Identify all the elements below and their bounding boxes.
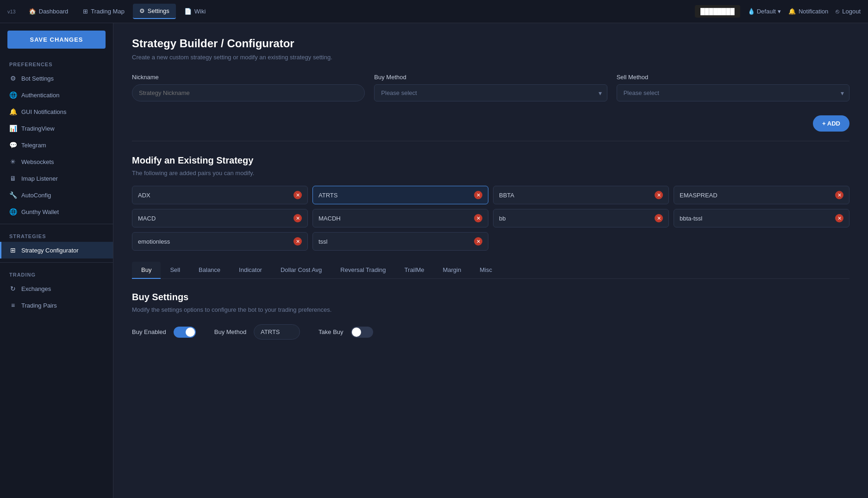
chart-icon: 📊 (9, 125, 17, 132)
buy-enabled-toggle[interactable] (174, 327, 196, 338)
remove-macdh-button[interactable]: ✕ (474, 214, 482, 222)
sidebar-item-imap-listener[interactable]: 🖥 Imap Listener (0, 170, 113, 187)
logout-btn[interactable]: ⎋ Logout (836, 8, 861, 15)
profile-block: ████████ (695, 5, 740, 18)
buy-settings-title: Buy Settings (132, 292, 849, 303)
strategies-section-label: Strategies (0, 228, 113, 242)
nav-dashboard[interactable]: 🏠 Dashboard (22, 4, 75, 19)
buy-method-select[interactable]: Please select (374, 84, 607, 101)
strategy-tag-emaspread[interactable]: EMASPREAD ✕ (674, 186, 849, 204)
tab-indicator[interactable]: Indicator (230, 262, 271, 279)
strategy-tag-adx[interactable]: ADX ✕ (132, 186, 308, 204)
bell-icon: 🔔 (788, 8, 796, 15)
buy-method-wrapper: Please select ▾ (374, 84, 607, 101)
page-subtitle: Create a new custom strategy setting or … (132, 54, 849, 61)
topnav-right: ████████ 💧 Default ▾ 🔔 Notification ⎋ Lo… (695, 5, 861, 18)
sidebar-item-trading-pairs[interactable]: ≡ Trading Pairs (0, 297, 113, 314)
strategy-tag-emotionless[interactable]: emotionless ✕ (132, 232, 308, 251)
chevron-down-icon: ▾ (778, 8, 781, 15)
modify-section-title: Modify an Existing Strategy (132, 155, 849, 166)
modify-section-subtitle: The following are added pairs you can mo… (132, 170, 849, 177)
remove-bbta-tssl-button[interactable]: ✕ (835, 214, 843, 222)
strategy-tag-atrts[interactable]: ATRTS ✕ (312, 186, 488, 204)
remove-macd-button[interactable]: ✕ (293, 214, 302, 222)
remove-emaspread-button[interactable]: ✕ (835, 191, 843, 199)
nav-trading-map[interactable]: ⊞ Trading Map (76, 4, 131, 19)
preferences-section-label: Preferences (0, 56, 113, 70)
tab-reversal-trading[interactable]: Reversal Trading (331, 262, 395, 279)
sidebar-item-autoconfig[interactable]: 🔧 AutoConfig (0, 187, 113, 203)
sell-method-label: Sell Method (617, 74, 849, 81)
toggle-knob-2 (352, 328, 361, 337)
add-strategy-button[interactable]: + ADD (813, 115, 849, 132)
tab-margin[interactable]: Margin (433, 262, 470, 279)
tab-balance[interactable]: Balance (189, 262, 230, 279)
strategy-tag-macd[interactable]: MACD ✕ (132, 209, 308, 227)
layout: SAVE CHANGES Preferences ⚙ Bot Settings … (0, 23, 868, 498)
tab-sell[interactable]: Sell (161, 262, 189, 279)
websocket-icon: ✳ (9, 158, 17, 165)
buy-method-setting-label: Buy Method (214, 328, 246, 335)
nav-wiki[interactable]: 📄 Wiki (178, 4, 212, 19)
remove-atrts-button[interactable]: ✕ (474, 191, 482, 199)
strategy-tag-tssl[interactable]: tssl ✕ (312, 232, 488, 251)
pairs-icon: ≡ (9, 302, 17, 309)
strategy-tag-macdh[interactable]: MACDH ✕ (312, 209, 488, 227)
add-btn-row: + ADD (132, 111, 849, 132)
sidebar-item-tradingview[interactable]: 📊 TradingView (0, 120, 113, 137)
buy-method-group: Buy Method Please select ▾ (374, 74, 607, 101)
sidebar-item-strategy-configurator[interactable]: ⊞ Strategy Configurator (0, 242, 113, 258)
sidebar-item-telegram[interactable]: 💬 Telegram (0, 137, 113, 153)
remove-tssl-button[interactable]: ✕ (474, 237, 482, 246)
sidebar-divider-2 (0, 262, 113, 263)
sidebar-item-websockets[interactable]: ✳ Websockets (0, 153, 113, 170)
strategy-tag-bbta-tssl[interactable]: bbta-tssl ✕ (674, 209, 849, 227)
save-changes-button[interactable]: SAVE CHANGES (7, 31, 106, 49)
bell-icon: 🔔 (9, 108, 17, 115)
default-dropdown[interactable]: 💧 Default ▾ (748, 8, 781, 15)
wrench-icon: 🔧 (9, 191, 17, 199)
logout-icon: ⎋ (836, 8, 839, 15)
sidebar-item-gunthy-wallet[interactable]: 🌐 Gunthy Wallet (0, 203, 113, 220)
tab-misc[interactable]: Misc (470, 262, 501, 279)
take-buy-toggle[interactable] (351, 327, 373, 338)
toggle-knob (186, 328, 195, 337)
topnav: v13 🏠 Dashboard ⊞ Trading Map ⚙ Settings… (0, 0, 868, 23)
gear-icon: ⚙ (139, 7, 145, 14)
document-icon: 📄 (184, 8, 192, 15)
remove-bb-button[interactable]: ✕ (655, 214, 663, 222)
sidebar-item-authentication[interactable]: 🌐 Authentication (0, 87, 113, 103)
buy-method-setting: Buy Method ATRTS (214, 324, 300, 340)
main-content: Strategy Builder / Configurator Create a… (113, 23, 868, 498)
sidebar-item-bot-settings[interactable]: ⚙ Bot Settings (0, 70, 113, 87)
exchange-icon: ↻ (9, 285, 17, 292)
grid-icon: ⊞ (83, 8, 88, 15)
sidebar-item-gui-notifications[interactable]: 🔔 GUI Notifications (0, 103, 113, 120)
chat-icon: 💬 (9, 141, 17, 149)
tab-dollar-cost-avg[interactable]: Dollar Cost Avg (271, 262, 331, 279)
monitor-icon: 🖥 (9, 175, 17, 182)
sidebar: SAVE CHANGES Preferences ⚙ Bot Settings … (0, 23, 113, 498)
sidebar-divider (0, 224, 113, 224)
strategy-tag-bb[interactable]: bb ✕ (493, 209, 669, 227)
tab-buy[interactable]: Buy (132, 262, 161, 279)
sidebar-item-exchanges[interactable]: ↻ Exchanges (0, 280, 113, 297)
remove-adx-button[interactable]: ✕ (293, 191, 302, 199)
nav-settings[interactable]: ⚙ Settings (133, 4, 176, 19)
buy-settings-row: Buy Enabled Buy Method ATRTS Take Buy (132, 324, 849, 340)
gear-icon: ⚙ (9, 75, 17, 82)
notification-btn[interactable]: 🔔 Notification (788, 8, 828, 15)
remove-emotionless-button[interactable]: ✕ (293, 237, 302, 246)
drop-icon: 💧 (748, 8, 755, 15)
trading-section-label: Trading (0, 266, 113, 280)
buy-method-label: Buy Method (374, 74, 607, 81)
nickname-input[interactable] (132, 84, 365, 101)
section-divider (132, 141, 849, 141)
take-buy-label: Take Buy (318, 328, 343, 335)
sell-method-group: Sell Method Please select ▾ (617, 74, 849, 101)
tab-trailme[interactable]: TrailMe (395, 262, 434, 279)
sell-method-select[interactable]: Please select (617, 84, 849, 101)
home-icon: 🏠 (29, 8, 36, 15)
remove-bbta-button[interactable]: ✕ (655, 191, 663, 199)
strategy-tag-bbta[interactable]: BBTA ✕ (493, 186, 669, 204)
